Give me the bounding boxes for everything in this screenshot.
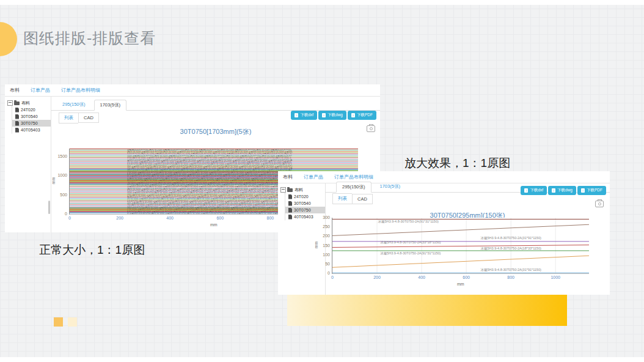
nav-tab-order-product[interactable]: 订单产品 (31, 87, 50, 94)
tree-root-label: 布料 (21, 100, 30, 106)
nav-tab-order-product-fabric-detail[interactable]: 订单产品布料明细 (334, 174, 373, 180)
tree-item-selected[interactable]: 30T0750 (12, 120, 51, 127)
download-dwg-button[interactable]: 下载dwg (548, 186, 576, 195)
tree-item[interactable]: 24T020 (12, 106, 51, 113)
snapshot-camera-icon[interactable] (595, 201, 604, 207)
tree-root[interactable]: 布料 (278, 187, 325, 193)
y-tick-label: 0 (315, 271, 330, 275)
file-icon (288, 208, 292, 213)
tree-scrollbar[interactable] (48, 201, 50, 214)
x-axis-label: mm (210, 223, 218, 227)
collapse-icon[interactable] (7, 100, 13, 106)
folder-icon (14, 102, 20, 105)
size-tab-1703[interactable]: 1703(5张) (380, 183, 400, 192)
download-dxf-button[interactable]: 下载dxf (291, 111, 317, 120)
download-icon (295, 113, 298, 117)
x-tick-label: 400 (417, 275, 426, 279)
snapshot-camera-icon[interactable] (367, 125, 375, 132)
collapse-icon[interactable] (280, 187, 286, 193)
file-icon (288, 194, 292, 199)
size-tab-295-active[interactable]: 295(150张) (336, 182, 371, 193)
download-icon (552, 188, 555, 193)
view-tabs: 列表 CAD (325, 194, 610, 204)
download-dwg-button[interactable]: 下载dwg (318, 111, 346, 120)
caption-zoomed: 放大效果，1：1原图 (404, 155, 510, 171)
file-icon (15, 128, 19, 133)
slide-margin-top (0, 0, 644, 5)
nav-tabs: 布料 订单产品 订单产品布料明细 (278, 171, 610, 183)
x-tick-label: 0 (327, 275, 337, 279)
file-icon (288, 215, 292, 220)
file-icon (15, 108, 19, 113)
download-pdf-button[interactable]: 下载PDF (348, 111, 376, 120)
y-axis-label: mm (314, 241, 318, 248)
view-tab-list[interactable]: 列表 (332, 193, 352, 204)
download-icon (322, 113, 326, 117)
file-icon (15, 114, 19, 119)
tree-root-label: 布料 (295, 187, 303, 193)
x-tick-label: 400 (165, 216, 175, 220)
caption-normal-size: 正常大小，1：1原图 (39, 242, 145, 258)
slide: 图纸排版-排版查看 正常大小，1：1原图 放大效果，1：1原图 布料 订单产品 … (0, 0, 644, 362)
x-axis-label: mm (457, 282, 464, 286)
svg-text:冰规5H3.9-4.8-30T0750-2A(31*91*1: 冰规5H3.9-4.8-30T0750-2A(31*91*1150) (481, 268, 541, 272)
nav-tab-order-product-fabric-detail[interactable]: 订单产品布料明细 (61, 87, 100, 94)
line-chart-svg: 冰规5H3.9-4.8-30T0750-2A(91*31*1150)冰规5H3.… (332, 218, 589, 273)
view-tab-cad[interactable]: CAD (352, 194, 373, 204)
accent-gradient-bar (287, 294, 567, 326)
download-buttons: 下载dxf 下载dwg 下载PDF (521, 186, 606, 195)
size-tab-1703-active[interactable]: 1703(5张) (94, 100, 126, 111)
window-main: 295(150张) 1703(5张) 列表 CAD 下载dxf 下载dwg 下载… (325, 182, 610, 295)
tree-item[interactable]: 30T0540 (12, 113, 51, 120)
nav-tab-order-product[interactable]: 订单产品 (304, 174, 323, 180)
fabric-tree: 布料 24T020 30T0540 30T0750 40T05403 (5, 97, 51, 232)
y-tick-label: 300 (315, 215, 330, 220)
size-tabs: 295(150张) 1703(5张) (51, 98, 380, 111)
y-tick-label: 0 (53, 212, 67, 216)
nav-tab-fabric[interactable]: 布料 (10, 87, 20, 94)
download-icon (351, 113, 355, 117)
chart-title: 30T0750[1703mm](5张) (51, 127, 380, 136)
download-icon (524, 188, 528, 193)
x-tick-label: 600 (461, 275, 471, 279)
tree-item[interactable]: 24T020 (285, 193, 325, 200)
svg-text:冰规5H3.9-4.8-30T0750-2A(31*91*1: 冰规5H3.9-4.8-30T0750-2A(31*91*1150) (481, 236, 541, 240)
y-tick-label: 200 (315, 234, 330, 238)
accent-square-light (68, 317, 77, 327)
window-screenshot-zoomed: 布料 订单产品 订单产品布料明细 布料 24T020 30T0540 30T07… (278, 171, 610, 295)
tree-item[interactable]: 30T0540 (285, 200, 325, 207)
y-tick-label: 250 (315, 224, 330, 229)
y-tick-label: 500 (53, 193, 67, 197)
y-axis-label: mm (51, 177, 56, 184)
x-tick-label: 800 (265, 216, 275, 220)
page-title: 图纸排版-排版查看 (23, 28, 156, 48)
x-tick-label: 200 (115, 216, 125, 220)
size-tab-295[interactable]: 295(150张) (62, 102, 86, 110)
file-icon (288, 201, 292, 206)
tree-root[interactable]: 布料 (5, 100, 51, 106)
x-tick-label: 800 (506, 275, 516, 279)
download-icon (581, 188, 585, 193)
y-tick-label: 50 (315, 262, 330, 266)
svg-text:冰规5H3.9-4.8-30T0750-2A(91*31*1: 冰规5H3.9-4.8-30T0750-2A(91*31*1150) (380, 251, 441, 256)
download-pdf-button[interactable]: 下载PDF (577, 186, 606, 195)
tree-item[interactable]: 40T05403 (12, 127, 51, 133)
x-tick-label: 1000 (551, 275, 560, 279)
y-tick-label: 100 (315, 253, 330, 257)
overlapping-part-labels: 冰规5H3.9-4.8-30T0750-2A(91*31*1150) 冰规5H3… (127, 149, 293, 214)
nav-tabs: 布料 订单产品 订单产品布料明细 (5, 84, 380, 97)
x-tick-label: 600 (215, 216, 225, 220)
fabric-tree: 布料 24T020 30T0540 30T0750 40T05403 (278, 183, 326, 295)
download-dxf-button[interactable]: 下载dxf (521, 186, 547, 195)
y-tick-label: 1500 (53, 154, 67, 158)
view-tab-list[interactable]: 列表 (59, 113, 78, 124)
x-tick-label: 200 (372, 275, 382, 279)
layout-chart-zoomed[interactable]: 冰规5H3.9-4.8-30T0750-2A(91*31*1150)冰规5H3.… (332, 218, 589, 274)
download-buttons: 下载dxf 下载dwg 下载PDF (291, 111, 376, 120)
x-tick-label: 0 (65, 216, 75, 220)
nav-tab-fabric[interactable]: 布料 (283, 174, 293, 180)
view-tab-cad[interactable]: CAD (78, 113, 99, 123)
tree-item-selected[interactable]: 30T0750 (285, 207, 325, 213)
svg-text:冰规5H3.9-4.8-30T0750-2A(33*18*1: 冰规5H3.9-4.8-30T0750-2A(33*18*1150) (380, 240, 441, 245)
file-icon (15, 121, 19, 126)
